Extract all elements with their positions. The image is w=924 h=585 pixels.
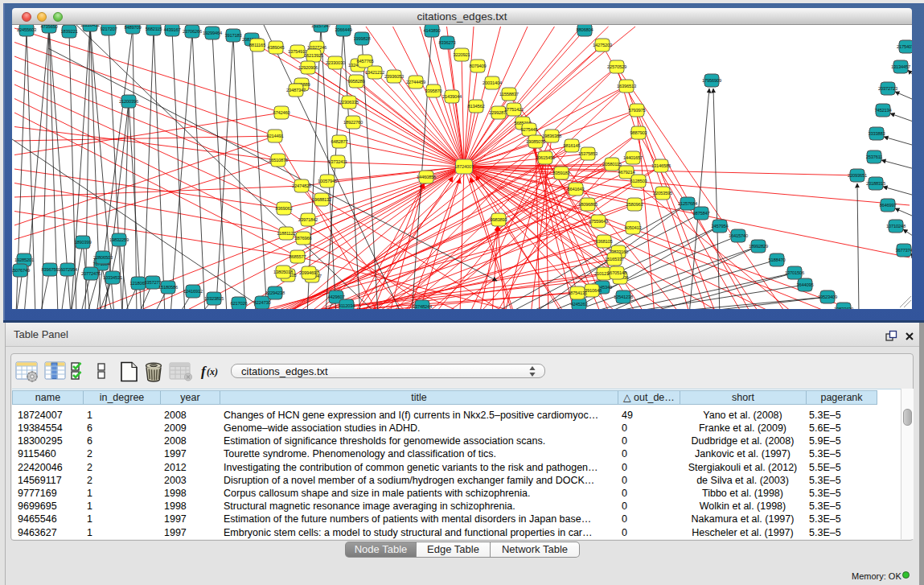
svg-text:23971842: 23971842 (298, 217, 318, 222)
svg-text:8336273: 8336273 (438, 40, 455, 45)
svg-text:5188470: 5188470 (768, 257, 785, 262)
svg-text:22053595: 22053595 (653, 191, 672, 196)
svg-text:13748244: 13748244 (413, 304, 433, 309)
svg-text:9275445: 9275445 (520, 127, 537, 132)
svg-text:3644095: 3644095 (796, 282, 813, 287)
svg-text:21200396: 21200396 (119, 99, 138, 104)
svg-text:4050413: 4050413 (624, 225, 641, 230)
svg-text:6128503: 6128503 (630, 179, 647, 183)
svg-text:5793975: 5793975 (628, 108, 645, 113)
svg-text:14275203: 14275203 (593, 43, 612, 47)
svg-text:10837430: 10837430 (834, 307, 853, 309)
svg-text:3333883: 3333883 (868, 131, 885, 136)
svg-text:23188315: 23188315 (866, 181, 885, 186)
svg-text:19085076: 19085076 (526, 139, 545, 144)
svg-text:9887903: 9887903 (630, 130, 647, 135)
svg-text:8359183: 8359183 (552, 171, 569, 175)
svg-text:8079409: 8079409 (469, 64, 486, 68)
svg-text:18922760: 18922760 (343, 120, 363, 125)
svg-text:18096865: 18096865 (578, 202, 598, 207)
svg-text:14460856: 14460856 (417, 175, 436, 179)
svg-text:4245263: 4245263 (570, 302, 587, 307)
svg-text:1890399: 1890399 (74, 240, 91, 245)
svg-text:6457765: 6457765 (356, 59, 373, 64)
svg-text:8646997: 8646997 (879, 203, 896, 208)
svg-text:15165337: 15165337 (605, 257, 624, 262)
svg-text:22474828: 22474828 (292, 183, 311, 188)
svg-text:9816145: 9816145 (563, 143, 580, 148)
svg-text:6482877: 6482877 (331, 139, 347, 144)
svg-text:19523409: 19523409 (818, 295, 837, 299)
svg-text:9983893: 9983893 (490, 217, 507, 222)
svg-text:6217026: 6217026 (230, 301, 247, 306)
svg-text:15157347: 15157347 (311, 25, 331, 28)
svg-text:13421212: 13421212 (365, 70, 384, 75)
svg-text:2537611: 2537611 (866, 154, 883, 159)
svg-text:2457954: 2457954 (711, 224, 729, 229)
svg-text:14401657: 14401657 (623, 155, 643, 160)
svg-text:23936053: 23936053 (384, 74, 404, 79)
svg-text:2876966: 2876966 (294, 236, 311, 241)
svg-text:4389045: 4389045 (267, 45, 284, 50)
svg-text:17559643: 17559643 (589, 219, 608, 224)
svg-text:9958289: 9958289 (347, 79, 364, 84)
svg-text:20372723: 20372723 (878, 86, 897, 91)
svg-text:3395870: 3395870 (425, 89, 441, 93)
svg-text:22306335: 22306335 (339, 100, 359, 105)
svg-text:13146585: 13146585 (651, 163, 671, 168)
svg-text:5641643: 5641643 (567, 187, 584, 192)
svg-text:9875847: 9875847 (692, 211, 709, 216)
svg-text:2066449: 2066449 (335, 27, 351, 32)
svg-text:8685577: 8685577 (289, 254, 306, 259)
svg-text:8369062: 8369062 (275, 206, 292, 211)
svg-text:17751421: 17751421 (504, 107, 524, 112)
svg-text:15076749: 15076749 (12, 268, 30, 273)
svg-text:23487347: 23487347 (286, 88, 306, 93)
svg-text:(x): (x) (207, 366, 218, 377)
svg-text:22330030: 22330030 (326, 60, 345, 65)
svg-text:13805018: 13805018 (273, 270, 293, 274)
svg-text:22806503: 22806503 (93, 255, 113, 260)
svg-text:4679214: 4679214 (618, 170, 635, 175)
svg-text:8134562: 8134562 (467, 104, 484, 109)
svg-text:15180586: 15180586 (158, 285, 178, 290)
svg-text:7452134: 7452134 (874, 108, 892, 113)
svg-text:1839221: 1839221 (60, 29, 77, 34)
svg-text:10323815: 10323815 (204, 296, 224, 301)
svg-text:22093651: 22093651 (848, 173, 867, 178)
svg-text:8489709: 8489709 (124, 25, 141, 30)
svg-text:20994697: 20994697 (299, 270, 318, 275)
svg-text:17956909: 17956909 (702, 78, 721, 83)
svg-text:10228452: 10228452 (80, 25, 100, 27)
svg-text:16705148: 16705148 (607, 270, 626, 275)
svg-text:1999828: 1999828 (353, 36, 370, 41)
svg-text:19285201: 19285201 (14, 257, 34, 262)
svg-text:8396759: 8396759 (41, 267, 58, 272)
svg-text:19836388: 19836388 (542, 134, 561, 138)
svg-text:2580963: 2580963 (626, 202, 643, 207)
svg-text:4429607: 4429607 (327, 295, 344, 299)
svg-text:6742460: 6742460 (273, 110, 290, 115)
svg-text:16213925: 16213925 (304, 53, 323, 58)
svg-text:18992829: 18992829 (749, 244, 768, 249)
svg-text:18754131: 18754131 (568, 290, 587, 295)
svg-text:19832259: 19832259 (109, 237, 129, 242)
svg-text:4735650: 4735650 (40, 25, 57, 29)
svg-text:21439044: 21439044 (442, 94, 462, 99)
svg-text:21754078: 21754078 (897, 44, 912, 49)
svg-text:20580115: 20580115 (602, 162, 622, 167)
svg-text:20031404: 20031404 (483, 80, 503, 85)
svg-text:8811165: 8811165 (249, 43, 265, 47)
svg-text:4439167: 4439167 (163, 27, 180, 32)
svg-text:9214491: 9214491 (266, 134, 283, 138)
svg-text:4112034: 4112034 (339, 303, 356, 308)
svg-text:13701506: 13701506 (785, 270, 804, 275)
svg-text:12294238: 12294238 (265, 290, 285, 295)
svg-text:15375853: 15375853 (578, 151, 598, 156)
svg-text:19688132: 19688132 (312, 197, 331, 202)
svg-text:20615450: 20615450 (536, 155, 555, 160)
svg-text:23706266: 23706266 (183, 29, 202, 34)
svg-text:10710248: 10710248 (886, 224, 906, 229)
svg-text:8224730: 8224730 (253, 300, 270, 305)
svg-text:12920906: 12920906 (298, 65, 318, 70)
